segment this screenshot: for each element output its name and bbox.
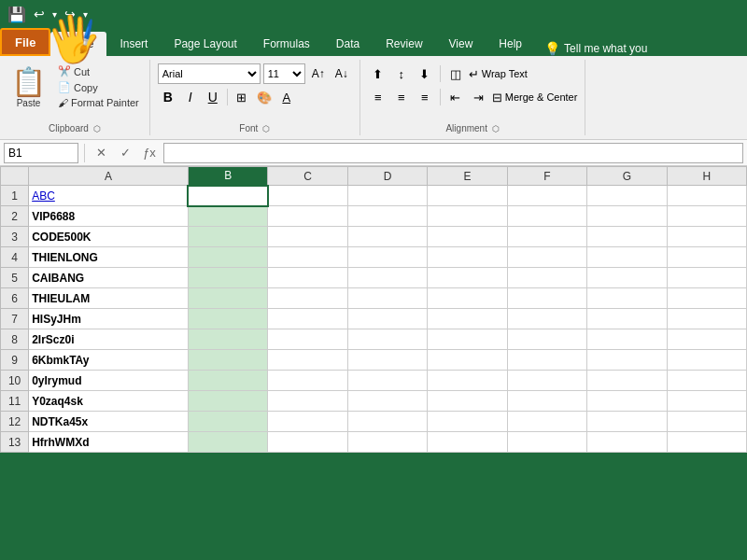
cell-E2[interactable]: [428, 206, 507, 227]
cell-E11[interactable]: [428, 391, 507, 412]
cell-C10[interactable]: [268, 371, 347, 391]
font-expand-icon[interactable]: ⬡: [262, 124, 270, 133]
tab-review[interactable]: Review: [373, 32, 435, 56]
cell-E10[interactable]: [428, 371, 507, 391]
cell-G6[interactable]: [587, 288, 667, 309]
cell-E5[interactable]: [428, 268, 507, 288]
cell-B7[interactable]: [188, 309, 267, 329]
borders-button[interactable]: ⊞: [232, 87, 252, 107]
row-header-6[interactable]: 6: [1, 288, 29, 309]
cell-G3[interactable]: [587, 227, 667, 247]
cell-H8[interactable]: [667, 329, 746, 350]
tab-help[interactable]: Help: [486, 32, 535, 56]
tab-home[interactable]: Home: [50, 32, 106, 56]
row-header-4[interactable]: 4: [1, 247, 29, 268]
cell-E8[interactable]: [428, 329, 507, 350]
cell-F8[interactable]: [507, 329, 586, 350]
cell-A8[interactable]: 2IrScz0i: [29, 329, 189, 350]
align-top-btn[interactable]: ⬆: [368, 63, 388, 84]
cell-C5[interactable]: [268, 268, 347, 288]
cell-B5[interactable]: [188, 268, 267, 288]
increase-indent-btn[interactable]: ⇥: [469, 87, 489, 107]
row-header-11[interactable]: 11: [1, 391, 29, 412]
cell-F3[interactable]: [507, 227, 586, 247]
tab-file[interactable]: File: [0, 28, 50, 56]
cell-C11[interactable]: [268, 391, 347, 412]
corner-header[interactable]: [1, 167, 29, 186]
tab-view[interactable]: View: [436, 32, 486, 56]
cell-D11[interactable]: [347, 391, 427, 412]
tab-formulas[interactable]: Formulas: [250, 32, 323, 56]
col-header-H[interactable]: H: [667, 167, 746, 186]
cell-E12[interactable]: [428, 412, 507, 432]
cell-H3[interactable]: [667, 227, 746, 247]
cell-E13[interactable]: [428, 432, 507, 453]
fill-color-button[interactable]: 🎨: [254, 87, 275, 107]
redo-icon[interactable]: ↪: [64, 7, 76, 21]
merge-center-button[interactable]: ⊟ Merge & Center: [492, 91, 578, 105]
cell-H4[interactable]: [667, 247, 746, 268]
font-color-button[interactable]: A: [276, 87, 297, 107]
row-header-12[interactable]: 12: [1, 412, 29, 432]
cell-B13[interactable]: [188, 432, 267, 453]
cell-B3[interactable]: [188, 227, 267, 247]
cell-B12[interactable]: [188, 412, 267, 432]
cell-C9[interactable]: [268, 350, 347, 371]
cell-G2[interactable]: [587, 206, 667, 227]
cell-F7[interactable]: [507, 309, 586, 329]
cell-G4[interactable]: [587, 247, 667, 268]
cell-C2[interactable]: [268, 206, 347, 227]
cell-F4[interactable]: [507, 247, 586, 268]
cell-D5[interactable]: [347, 268, 427, 288]
cell-H11[interactable]: [667, 391, 746, 412]
undo-dropdown-icon[interactable]: ▾: [52, 9, 57, 20]
italic-button[interactable]: I: [180, 87, 201, 107]
cell-G13[interactable]: [587, 432, 667, 453]
cell-B2[interactable]: [188, 206, 267, 227]
cell-F13[interactable]: [507, 432, 586, 453]
cell-G7[interactable]: [587, 309, 667, 329]
cell-B4[interactable]: [188, 247, 267, 268]
cell-F1[interactable]: [507, 186, 586, 206]
cell-C6[interactable]: [268, 288, 347, 309]
row-header-13[interactable]: 13: [1, 432, 29, 453]
alignment-expand-icon[interactable]: ⬡: [492, 124, 500, 133]
cell-D12[interactable]: [347, 412, 427, 432]
cell-C3[interactable]: [268, 227, 347, 247]
cell-H2[interactable]: [667, 206, 746, 227]
cell-G1[interactable]: [587, 186, 667, 206]
cell-B9[interactable]: [188, 350, 267, 371]
paste-button[interactable]: 📋 Paste: [7, 63, 49, 110]
row-header-10[interactable]: 10: [1, 371, 29, 391]
increase-font-btn[interactable]: A↑: [308, 63, 329, 84]
cell-D10[interactable]: [347, 371, 427, 391]
tab-data[interactable]: Data: [323, 32, 373, 56]
cell-A7[interactable]: HISyJHm: [29, 309, 189, 329]
cell-D8[interactable]: [347, 329, 427, 350]
cell-C12[interactable]: [268, 412, 347, 432]
cell-A4[interactable]: THIENLONG: [29, 247, 189, 268]
cell-F12[interactable]: [507, 412, 586, 432]
copy-button[interactable]: 📄 Copy: [55, 80, 142, 94]
cell-A6[interactable]: THIEULAM: [29, 288, 189, 309]
cell-H10[interactable]: [667, 371, 746, 391]
cell-D1[interactable]: [347, 186, 427, 206]
insert-function-btn[interactable]: ƒx: [139, 143, 160, 163]
cell-F11[interactable]: [507, 391, 586, 412]
cell-G9[interactable]: [587, 350, 667, 371]
cell-B10[interactable]: [188, 371, 267, 391]
cell-G5[interactable]: [587, 268, 667, 288]
name-box[interactable]: [4, 143, 78, 163]
save-icon[interactable]: 💾: [7, 6, 26, 23]
underline-button[interactable]: U: [203, 87, 223, 107]
font-size-select[interactable]: 11: [263, 63, 305, 84]
cell-F2[interactable]: [507, 206, 586, 227]
col-header-A[interactable]: A: [29, 167, 189, 186]
col-header-F[interactable]: F: [507, 167, 586, 186]
cell-H12[interactable]: [667, 412, 746, 432]
cancel-formula-btn[interactable]: ✕: [91, 143, 111, 163]
cell-H5[interactable]: [667, 268, 746, 288]
cell-H6[interactable]: [667, 288, 746, 309]
format-painter-button[interactable]: 🖌 Format Painter: [55, 96, 142, 109]
cell-A13[interactable]: HfrhWMXd: [29, 432, 189, 453]
